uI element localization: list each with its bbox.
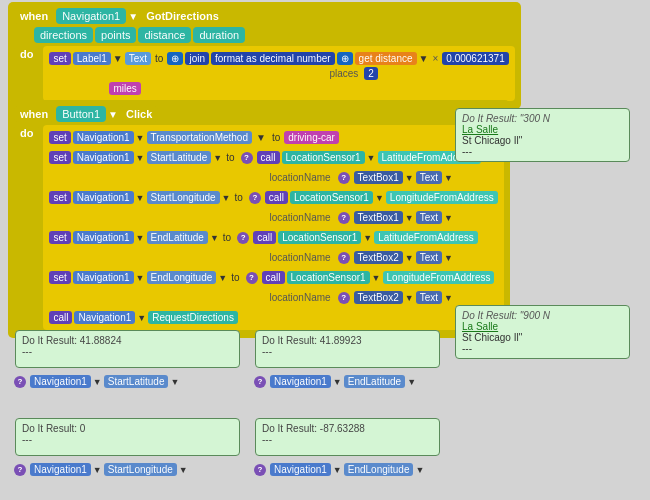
dot-nl1: ?	[14, 376, 26, 388]
row-start-lon: set Navigation1 ▼ StartLongitude ▼ to ? …	[49, 191, 497, 204]
call-endlat: call	[253, 231, 276, 244]
param-duration[interactable]: duration	[193, 27, 245, 43]
to-startlat: to	[226, 152, 234, 163]
get-distance-block[interactable]: get distance	[355, 52, 417, 65]
label1-block[interactable]: Label1	[73, 52, 111, 65]
to-endlon: to	[231, 272, 239, 283]
join-block[interactable]: join	[185, 52, 209, 65]
method-startlon[interactable]: LongitudeFromAddress	[386, 191, 498, 204]
textbox1-startlon[interactable]: TextBox1	[354, 211, 403, 224]
row-end-lon: set Navigation1 ▼ EndLongitude ▼ to ? ca…	[49, 271, 497, 284]
arr-nl4: ▼	[333, 465, 342, 475]
nav1-endlat[interactable]: Navigation1	[73, 231, 134, 244]
result-box-2: Do It Result: "900 N La Salle St Chicago…	[455, 305, 630, 359]
text-prop[interactable]: Text	[125, 52, 151, 65]
call-startlat: call	[257, 151, 280, 164]
click-event: Click	[120, 106, 158, 122]
nav1-nl4[interactable]: Navigation1	[270, 463, 331, 476]
bottom-section-bg: when Button1 ▼ Click do set Navigation1 …	[8, 100, 510, 338]
nav1-component-top[interactable]: Navigation1	[56, 8, 126, 24]
nav1-startlon[interactable]: Navigation1	[73, 191, 134, 204]
arr2-nl1: ▼	[170, 377, 179, 387]
distance-value[interactable]: 0.000621371	[442, 52, 508, 65]
row-start-lat-param: locationName ? TextBox1 ▼ Text ▼	[269, 171, 497, 184]
driving-car-value[interactable]: driving-car	[284, 131, 339, 144]
to-endlat: to	[223, 232, 231, 243]
do-label-bottom: do	[14, 125, 39, 141]
result1-title: Do It Result: "300 N	[462, 113, 623, 124]
nav1-reqdir[interactable]: Navigation1	[74, 311, 135, 324]
result2-suffix: St Chicago Il"	[462, 332, 623, 343]
locname-endlat-label: locationName	[269, 252, 330, 263]
text-endlat[interactable]: Text	[416, 251, 442, 264]
miles-block[interactable]: miles	[109, 82, 140, 95]
out4-line2: ---	[262, 434, 433, 445]
prop-endlat[interactable]: EndLatitude	[147, 231, 208, 244]
nav1-nl1[interactable]: Navigation1	[30, 375, 91, 388]
loc1-endlat[interactable]: LocationSensor1	[278, 231, 361, 244]
method-endlon[interactable]: LongitudeFromAddress	[383, 271, 495, 284]
prop-startlon[interactable]: StartLongitude	[147, 191, 220, 204]
arr2-nl2: ▼	[407, 377, 416, 387]
do-label-top: do	[14, 46, 39, 62]
set-startlat: set	[49, 151, 70, 164]
prop-nl1[interactable]: StartLatitude	[104, 375, 169, 388]
top-section-bg: when Navigation1 ▼ GotDirections directi…	[8, 2, 521, 109]
row-end-lat-param: locationName ? TextBox2 ▼ Text ▼	[269, 251, 497, 264]
join-connector: ⊕	[167, 52, 183, 65]
nav1-endlon[interactable]: Navigation1	[73, 271, 134, 284]
text-startlat[interactable]: Text	[416, 171, 442, 184]
result2-title: Do It Result: "900 N	[462, 310, 623, 321]
arr-nl1: ▼	[93, 377, 102, 387]
nav1-transport[interactable]: Navigation1	[73, 131, 134, 144]
textbox2-endlat[interactable]: TextBox2	[354, 251, 403, 264]
format-block[interactable]: format as decimal number	[211, 52, 335, 65]
prop-nl3[interactable]: StartLongitude	[104, 463, 177, 476]
result-box-1: Do It Result: "300 N La Salle St Chicago…	[455, 108, 630, 162]
nav1-startlat[interactable]: Navigation1	[73, 151, 134, 164]
out1-line1: Do It Result: 41.88824	[22, 335, 233, 346]
set-label-top: set	[49, 52, 70, 65]
when-label-bottom: when	[14, 106, 54, 122]
prop-transport[interactable]: TransportationMethod	[147, 131, 252, 144]
nav1-nl2[interactable]: Navigation1	[270, 375, 331, 388]
button1-component[interactable]: Button1	[56, 106, 106, 122]
prop-startlat[interactable]: StartLatitude	[147, 151, 212, 164]
dot-nl4: ?	[254, 464, 266, 476]
method-reqdir[interactable]: RequestDirections	[148, 311, 238, 324]
nav1-nl3[interactable]: Navigation1	[30, 463, 91, 476]
places-value[interactable]: 2	[364, 67, 378, 80]
row-transport: set Navigation1 ▼ TransportationMethod ▼…	[49, 131, 497, 144]
result1-suffix: St Chicago Il"	[462, 135, 623, 146]
loc1-startlon[interactable]: LocationSensor1	[290, 191, 373, 204]
nav-label-endlon: ? Navigation1 ▼ EndLongitude ▼	[252, 463, 424, 476]
set-startlon: set	[49, 191, 70, 204]
set-transport: set	[49, 131, 70, 144]
loc1-endlon[interactable]: LocationSensor1	[287, 271, 370, 284]
text-startlon[interactable]: Text	[416, 211, 442, 224]
prop-nl4[interactable]: EndLongitude	[344, 463, 414, 476]
to-startlon: to	[235, 192, 243, 203]
dot-top: ▼	[128, 11, 138, 22]
places-label: places	[329, 68, 358, 79]
prop-endlon[interactable]: EndLongitude	[147, 271, 217, 284]
textbox1-startlat[interactable]: TextBox1	[354, 171, 403, 184]
textbox2-endlon[interactable]: TextBox2	[354, 291, 403, 304]
param-points[interactable]: points	[95, 27, 136, 43]
call-reqdir: call	[49, 311, 72, 324]
param-distance[interactable]: distance	[138, 27, 191, 43]
output-box-4: Do It Result: -87.63288 ---	[255, 418, 440, 456]
arr-nl3: ▼	[93, 465, 102, 475]
set-endlat: set	[49, 231, 70, 244]
arr2-nl3: ▼	[179, 465, 188, 475]
format-connector: ⊕	[337, 52, 353, 65]
out3-line2: ---	[22, 434, 233, 445]
result1-extra: ---	[462, 146, 623, 157]
prop-nl2[interactable]: EndLatitude	[344, 375, 405, 388]
loc1-startlat[interactable]: LocationSensor1	[282, 151, 365, 164]
dot-endlat-param: ?	[338, 252, 350, 264]
method-endlat[interactable]: LatitudeFromAddress	[374, 231, 478, 244]
to-transport: ▼	[256, 132, 266, 143]
text-endlon[interactable]: Text	[416, 291, 442, 304]
param-directions[interactable]: directions	[34, 27, 93, 43]
